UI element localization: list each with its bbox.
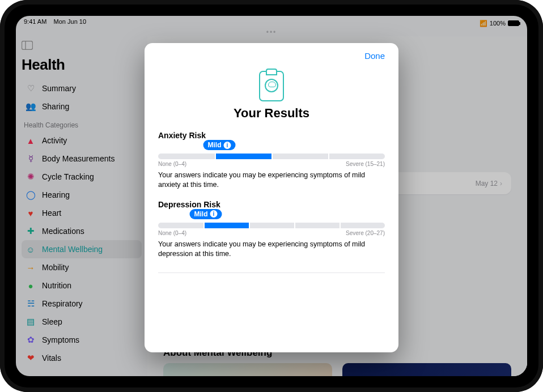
sidebar-toggle-icon[interactable] — [22, 41, 142, 53]
sidebar-summary-label: Summary — [42, 84, 76, 93]
sidebar-summary[interactable]: ♡ Summary — [22, 79, 142, 97]
sidebar-sharing-label: Sharing — [42, 102, 69, 111]
range-low: None (0–4) — [158, 230, 186, 236]
category-icon: ▤ — [25, 316, 36, 327]
category-icon: ✺ — [25, 171, 36, 182]
status-date: Mon Jun 10 — [54, 18, 86, 25]
category-icon: ❤ — [25, 352, 36, 364]
battery-icon — [508, 20, 519, 26]
sidebar-item-label: Sleep — [42, 317, 62, 326]
sidebar-item-medications[interactable]: ✚Medications — [22, 222, 142, 240]
background-card-date: May 12 — [476, 180, 502, 188]
sidebar-item-label: Mental Wellbeing — [42, 245, 103, 254]
screen: 9:41 AM Mon Jun 10 100% ••• Health ♡ Sum… — [16, 16, 527, 376]
severity-track — [158, 154, 385, 159]
sidebar-item-mobility[interactable]: →Mobility — [22, 258, 142, 276]
sidebar-item-label: Respiratory — [42, 299, 83, 308]
results-modal: Done Your Results Anxiety RiskMildiNone … — [145, 43, 398, 352]
metric-title: Depression Risk — [158, 200, 385, 209]
about-thumb-1[interactable] — [163, 363, 332, 376]
metric-description: Your answers indicate you may be experie… — [158, 171, 385, 190]
category-icon: ◯ — [25, 189, 36, 201]
severity-badge[interactable]: Mildi — [190, 209, 222, 219]
sidebar-item-cycle-tracking[interactable]: ✺Cycle Tracking — [22, 168, 142, 186]
status-bar: 9:41 AM Mon Jun 10 100% — [16, 16, 527, 28]
people-icon: 👥 — [25, 101, 36, 112]
modal-divider — [158, 272, 385, 273]
sidebar-item-nutrition[interactable]: ●Nutrition — [22, 276, 142, 295]
category-icon: ☺ — [25, 244, 36, 255]
range-labels: None (0–4)Severe (20–27) — [158, 230, 385, 236]
range-high: Severe (15–21) — [346, 161, 385, 167]
multitask-handle[interactable]: ••• — [16, 28, 527, 36]
category-icon: ♥ — [25, 207, 36, 219]
modal-title: Your Results — [158, 106, 385, 121]
category-icon: ☵ — [25, 298, 36, 309]
severity-badge-label: Mild — [208, 141, 222, 149]
severity-badge-label: Mild — [194, 210, 208, 218]
about-thumbnails — [163, 363, 511, 376]
sidebar-item-label: Hearing — [42, 190, 70, 199]
ipad-frame: 9:41 AM Mon Jun 10 100% ••• Health ♡ Sum… — [0, 0, 543, 392]
range-high: Severe (20–27) — [346, 230, 385, 236]
category-icon: ▲ — [25, 135, 36, 146]
sidebar-sharing[interactable]: 👥 Sharing — [22, 97, 142, 116]
metric-depression-risk: Depression RiskMildiNone (0–4)Severe (20… — [158, 200, 385, 259]
about-thumb-2[interactable] — [342, 363, 511, 376]
app-title: Health — [22, 56, 142, 74]
severity-fill — [203, 223, 249, 228]
status-right: 100% — [480, 18, 519, 28]
battery-percent: 100% — [490, 20, 506, 27]
metric-description: Your answers indicate you may be experie… — [158, 240, 385, 259]
category-icon: ✚ — [25, 225, 36, 237]
sidebar-item-label: Medications — [42, 227, 84, 236]
wifi-icon — [480, 20, 487, 27]
status-left: 9:41 AM Mon Jun 10 — [24, 18, 86, 28]
info-icon[interactable]: i — [224, 142, 231, 149]
sidebar-item-symptoms[interactable]: ✿Symptoms — [22, 331, 142, 349]
status-time: 9:41 AM — [24, 18, 46, 25]
svg-rect-0 — [22, 41, 33, 50]
sidebar-item-activity[interactable]: ▲Activity — [22, 131, 142, 150]
severity-fill — [215, 154, 272, 159]
metric-anxiety-risk: Anxiety RiskMildiNone (0–4)Severe (15–21… — [158, 131, 385, 190]
sidebar-item-label: Mobility — [42, 263, 69, 272]
sidebar-item-label: Cycle Tracking — [42, 172, 94, 181]
heart-outline-icon: ♡ — [25, 83, 36, 94]
category-icon: ● — [25, 280, 36, 291]
sidebar-item-vitals[interactable]: ❤Vitals — [22, 349, 142, 367]
range-low: None (0–4) — [158, 161, 186, 167]
done-button[interactable]: Done — [158, 51, 385, 61]
sidebar-item-label: Heart — [42, 208, 61, 218]
sidebar-item-respiratory[interactable]: ☵Respiratory — [22, 295, 142, 313]
category-icon: ✿ — [25, 334, 36, 346]
sidebar: Health ♡ Summary 👥 Sharing Health Catego… — [16, 36, 147, 376]
severity-badge[interactable]: Mildi — [203, 140, 236, 150]
category-icon: → — [25, 262, 36, 273]
sidebar-section-title: Health Categories — [24, 121, 139, 129]
sidebar-item-hearing[interactable]: ◯Hearing — [22, 186, 142, 204]
sidebar-item-heart[interactable]: ♥Heart — [22, 204, 142, 222]
sidebar-item-label: Symptoms — [42, 335, 79, 344]
clipboard-brain-icon — [259, 71, 284, 101]
sidebar-item-label: Vitals — [42, 353, 61, 363]
sidebar-item-sleep[interactable]: ▤Sleep — [22, 313, 142, 331]
severity-track — [158, 223, 385, 228]
metric-title: Anxiety Risk — [158, 131, 385, 140]
sidebar-item-body-measurements[interactable]: ☿Body Measurements — [22, 150, 142, 168]
info-icon[interactable]: i — [210, 210, 218, 218]
sidebar-item-mental-wellbeing[interactable]: ☺Mental Wellbeing — [22, 240, 142, 258]
sidebar-item-label: Nutrition — [42, 281, 71, 290]
range-labels: None (0–4)Severe (15–21) — [158, 161, 385, 167]
sidebar-item-label: Activity — [42, 136, 67, 145]
category-icon: ☿ — [25, 153, 36, 164]
sidebar-item-label: Body Measurements — [42, 154, 114, 163]
